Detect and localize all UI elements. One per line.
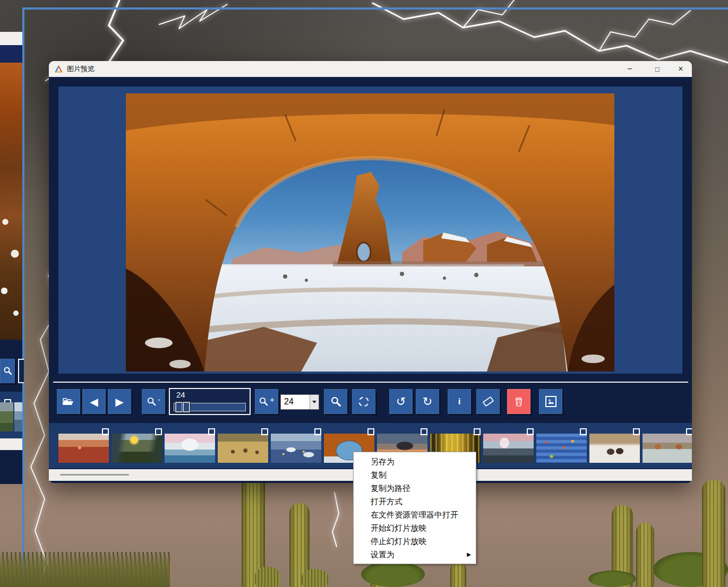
magnifier-icon: [2, 366, 13, 376]
menu-item-label: 另存为: [371, 457, 395, 466]
toolbar: ◀ ▶ - 24 + 24: [49, 388, 692, 423]
menu-item-stop-slideshow[interactable]: 停止幻灯片放映: [354, 534, 476, 548]
zoom-slider-handle[interactable]: [175, 402, 190, 412]
menu-item-save-as[interactable]: 另存为: [354, 455, 476, 468]
thumbnail-checkbox[interactable]: [314, 428, 321, 435]
slider-box-fragment: [18, 359, 24, 383]
magnifier-minus-icon: [147, 396, 157, 407]
maximize-button[interactable]: □: [649, 61, 666, 77]
previous-icon: ◀: [90, 396, 98, 407]
thumbnail-checkbox[interactable]: [474, 428, 481, 435]
size-value: 24: [281, 395, 310, 409]
info-icon: i: [458, 397, 461, 406]
toolbar-separator: [53, 382, 688, 383]
zoom-slider-value: 24: [176, 390, 185, 399]
fullscreen-button[interactable]: [352, 389, 375, 414]
rotate-ccw-icon: ↺: [396, 396, 406, 408]
thumbnail-checkbox[interactable]: [580, 428, 587, 435]
info-button[interactable]: i: [448, 389, 471, 414]
zoom-in-button[interactable]: +: [255, 389, 278, 414]
next-image-button[interactable]: ▶: [108, 389, 131, 414]
size-dropdown-button[interactable]: [310, 395, 319, 409]
desert-bush: [588, 571, 636, 587]
thumbnail-checkbox[interactable]: [686, 428, 692, 435]
image-panel: [58, 87, 682, 374]
thumbnail-checkbox[interactable]: [261, 428, 268, 435]
thumbnail-checkbox[interactable]: [367, 428, 374, 435]
menu-item-label: 复制: [371, 470, 387, 479]
thumbnail-checkbox[interactable]: [155, 428, 162, 435]
zoom-slider-track[interactable]: [174, 403, 246, 411]
thumbnail-fragment[interactable]: [14, 402, 22, 431]
background-app-scrollstrip-fragment: [0, 438, 22, 450]
open-folder-button[interactable]: [57, 389, 80, 414]
background-app-titlebar-fragment: [0, 32, 22, 45]
thumbnail-checkbox[interactable]: [102, 428, 109, 435]
submenu-arrow-icon: ▶: [467, 548, 471, 561]
rotate-cw-icon: ↻: [423, 396, 432, 408]
zoom-slider-box: 24: [169, 388, 251, 415]
thumbnail-valley-sunset[interactable]: [112, 434, 162, 463]
thumbnail-frosty-autumn-path[interactable]: [643, 434, 692, 463]
zoom-out-button[interactable]: -: [142, 389, 165, 414]
thumbnail-matterhorn-reflection[interactable]: [483, 434, 534, 463]
eraser-icon: [482, 396, 494, 407]
rotate-ccw-button[interactable]: ↺: [389, 389, 413, 414]
horizontal-scrollbar[interactable]: [60, 474, 129, 476]
menu-item-label: 设置为: [371, 550, 395, 559]
menu-item-open-with[interactable]: 打开方式: [354, 495, 476, 508]
trash-icon: [515, 396, 523, 407]
thumbnail-fragment[interactable]: [0, 402, 13, 431]
app-logo-icon: [54, 65, 63, 73]
thumbnail-snowy-peak-lake[interactable]: [165, 434, 215, 463]
thumbnail-blue-street-flowerpots[interactable]: [536, 434, 587, 463]
menu-item-copy-as-path[interactable]: 复制为路径: [354, 481, 476, 495]
search-button[interactable]: [324, 389, 347, 414]
delete-button[interactable]: [507, 389, 530, 414]
thumbnail-checkbox[interactable]: [208, 428, 215, 435]
background-window-border-top: [22, 7, 728, 10]
zoom-out-button-fragment[interactable]: [0, 359, 15, 383]
minus-sign: -: [158, 395, 160, 404]
thumbnail-city-rooftops[interactable]: [58, 434, 109, 463]
barrel-cactus: [302, 569, 328, 587]
cactus: [450, 562, 466, 587]
grass-tufts: [0, 552, 170, 587]
menu-item-copy[interactable]: 复制: [354, 468, 476, 481]
menu-item-label: 在文件资源管理器中打开: [371, 510, 458, 519]
cactus: [636, 523, 654, 587]
cactus: [702, 480, 725, 587]
plus-sign: +: [270, 395, 275, 404]
menu-item-label: 开始幻灯片放映: [371, 523, 426, 532]
thumbnail-checkbox[interactable]: [421, 428, 427, 435]
menu-item-set-as[interactable]: 设置为 ▶: [354, 548, 476, 561]
thumbnail-otters-in-snow[interactable]: [589, 434, 640, 463]
thumbnail-size-spinner[interactable]: 24: [280, 394, 319, 410]
menu-item-label: 复制为路径: [371, 484, 410, 493]
menu-item-label: 停止幻灯片放映: [371, 537, 426, 546]
thumbnail-snowy-village-dusk[interactable]: [271, 434, 321, 463]
menu-item-label: 打开方式: [371, 497, 402, 506]
next-icon: ▶: [115, 396, 123, 407]
thumbnail-checkbox[interactable]: [633, 428, 640, 435]
menu-item-start-slideshow[interactable]: 开始幻灯片放映: [354, 521, 476, 534]
background-app-header-fragment: [0, 45, 22, 63]
minimize-button[interactable]: −: [621, 61, 638, 77]
set-wallpaper-button[interactable]: [539, 389, 562, 414]
close-button[interactable]: ×: [672, 61, 689, 77]
rotate-cw-button[interactable]: ↻: [416, 389, 439, 414]
folder-open-icon: [62, 396, 75, 407]
window-title: 图片预览: [67, 64, 95, 74]
titlebar: 图片预览 − □ ×: [49, 61, 692, 77]
thumbnail-checkbox[interactable]: [527, 428, 534, 435]
image-preview-window: 图片预览 − □ ×: [49, 61, 692, 483]
barrel-cactus: [255, 567, 280, 587]
magnifier-plus-icon: [259, 396, 269, 407]
eraser-button[interactable]: [476, 389, 500, 414]
menu-item-open-in-explorer[interactable]: 在文件资源管理器中打开: [354, 508, 476, 521]
picture-frame-icon: [545, 396, 556, 407]
previous-image-button[interactable]: ◀: [82, 389, 106, 414]
fullscreen-brackets-icon: [357, 395, 370, 408]
thumbnail-antelope-field[interactable]: [218, 434, 268, 463]
background-app-photo-fragment: [0, 63, 22, 340]
